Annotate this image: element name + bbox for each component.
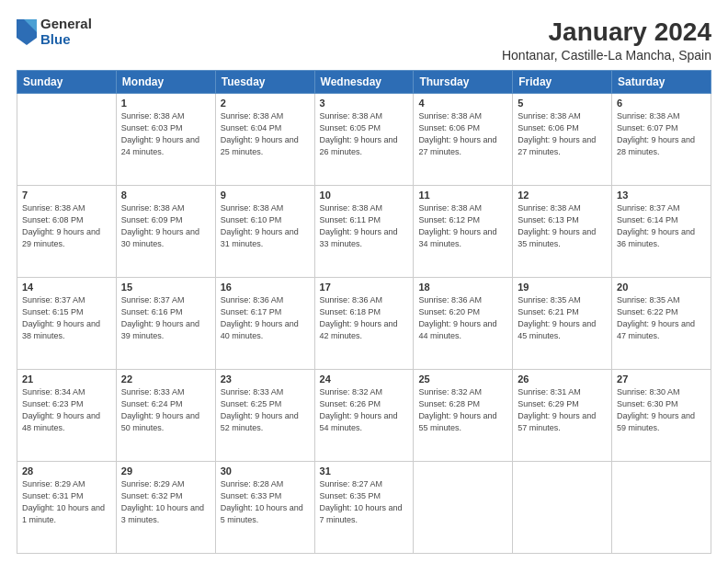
day-number: 27: [617, 373, 706, 385]
day-number: 19: [518, 282, 607, 293]
day-number: 18: [418, 282, 507, 293]
day-info: Sunrise: 8:28 AM Sunset: 6:33 PM Dayligh…: [221, 478, 310, 526]
calendar-cell: 22Sunrise: 8:33 AM Sunset: 6:24 PM Dayli…: [116, 369, 215, 461]
day-number: 21: [22, 373, 111, 385]
calendar-cell: 1Sunrise: 8:38 AM Sunset: 6:03 PM Daylig…: [116, 93, 215, 185]
col-header-tuesday: Tuesday: [215, 70, 314, 93]
calendar-cell: 23Sunrise: 8:33 AM Sunset: 6:25 PM Dayli…: [215, 369, 314, 461]
day-info: Sunrise: 8:38 AM Sunset: 6:13 PM Dayligh…: [518, 202, 607, 250]
week-row-4: 21Sunrise: 8:34 AM Sunset: 6:23 PM Dayli…: [17, 369, 711, 461]
calendar-cell: 21Sunrise: 8:34 AM Sunset: 6:23 PM Dayli…: [17, 369, 117, 461]
day-info: Sunrise: 8:29 AM Sunset: 6:32 PM Dayligh…: [121, 478, 210, 526]
day-number: 2: [221, 98, 310, 109]
calendar-cell: [414, 461, 513, 553]
calendar-cell: 14Sunrise: 8:37 AM Sunset: 6:15 PM Dayli…: [17, 277, 117, 369]
day-info: Sunrise: 8:36 AM Sunset: 6:18 PM Dayligh…: [320, 294, 409, 342]
day-info: Sunrise: 8:38 AM Sunset: 6:06 PM Dayligh…: [518, 110, 607, 158]
day-info: Sunrise: 8:32 AM Sunset: 6:28 PM Dayligh…: [418, 386, 507, 434]
subtitle: Hontanar, Castille-La Mancha, Spain: [502, 48, 711, 63]
calendar-cell: 8Sunrise: 8:38 AM Sunset: 6:09 PM Daylig…: [116, 185, 215, 277]
day-info: Sunrise: 8:38 AM Sunset: 6:08 PM Dayligh…: [22, 202, 111, 250]
day-number: 1: [121, 98, 210, 109]
header-row: SundayMondayTuesdayWednesdayThursdayFrid…: [17, 70, 711, 93]
col-header-wednesday: Wednesday: [314, 70, 414, 93]
week-row-5: 28Sunrise: 8:29 AM Sunset: 6:31 PM Dayli…: [17, 461, 711, 553]
day-number: 29: [121, 465, 210, 477]
day-number: 17: [320, 282, 409, 293]
calendar-cell: [513, 461, 612, 553]
day-number: 20: [617, 282, 706, 293]
calendar-cell: 2Sunrise: 8:38 AM Sunset: 6:04 PM Daylig…: [215, 93, 314, 185]
calendar-cell: 13Sunrise: 8:37 AM Sunset: 6:14 PM Dayli…: [612, 185, 711, 277]
page: General Blue January 2024 Hontanar, Cast…: [0, 0, 728, 563]
day-info: Sunrise: 8:32 AM Sunset: 6:26 PM Dayligh…: [320, 386, 409, 434]
day-info: Sunrise: 8:30 AM Sunset: 6:30 PM Dayligh…: [617, 386, 706, 434]
day-info: Sunrise: 8:31 AM Sunset: 6:29 PM Dayligh…: [518, 386, 607, 434]
calendar-cell: 19Sunrise: 8:35 AM Sunset: 6:21 PM Dayli…: [513, 277, 612, 369]
calendar-cell: 29Sunrise: 8:29 AM Sunset: 6:32 PM Dayli…: [116, 461, 215, 553]
day-info: Sunrise: 8:38 AM Sunset: 6:09 PM Dayligh…: [121, 202, 210, 250]
logo-blue-text: Blue: [40, 32, 92, 48]
day-info: Sunrise: 8:33 AM Sunset: 6:25 PM Dayligh…: [221, 386, 310, 434]
calendar-cell: [17, 93, 117, 185]
day-number: 15: [121, 282, 210, 293]
col-header-saturday: Saturday: [612, 70, 711, 93]
day-number: 25: [418, 373, 507, 385]
day-info: Sunrise: 8:36 AM Sunset: 6:20 PM Dayligh…: [418, 294, 507, 342]
day-info: Sunrise: 8:35 AM Sunset: 6:21 PM Dayligh…: [518, 294, 607, 342]
day-number: 10: [320, 190, 409, 201]
calendar-cell: 31Sunrise: 8:27 AM Sunset: 6:35 PM Dayli…: [314, 461, 414, 553]
calendar-table: SundayMondayTuesdayWednesdayThursdayFrid…: [17, 70, 711, 554]
day-number: 5: [518, 98, 607, 109]
calendar-cell: 18Sunrise: 8:36 AM Sunset: 6:20 PM Dayli…: [414, 277, 513, 369]
col-header-thursday: Thursday: [414, 70, 513, 93]
day-info: Sunrise: 8:38 AM Sunset: 6:04 PM Dayligh…: [221, 110, 310, 158]
calendar-cell: 12Sunrise: 8:38 AM Sunset: 6:13 PM Dayli…: [513, 185, 612, 277]
day-info: Sunrise: 8:38 AM Sunset: 6:07 PM Dayligh…: [617, 110, 706, 158]
day-number: 11: [418, 190, 507, 201]
calendar-cell: 16Sunrise: 8:36 AM Sunset: 6:17 PM Dayli…: [215, 277, 314, 369]
day-number: 28: [22, 465, 111, 477]
day-number: 16: [221, 282, 310, 293]
calendar-cell: [612, 461, 711, 553]
calendar-cell: 9Sunrise: 8:38 AM Sunset: 6:10 PM Daylig…: [215, 185, 314, 277]
header: General Blue January 2024 Hontanar, Cast…: [17, 17, 711, 63]
col-header-friday: Friday: [513, 70, 612, 93]
day-info: Sunrise: 8:38 AM Sunset: 6:10 PM Dayligh…: [221, 202, 310, 250]
col-header-monday: Monday: [116, 70, 215, 93]
day-info: Sunrise: 8:38 AM Sunset: 6:03 PM Dayligh…: [121, 110, 210, 158]
day-info: Sunrise: 8:37 AM Sunset: 6:15 PM Dayligh…: [22, 294, 111, 342]
day-number: 7: [22, 190, 111, 201]
day-number: 6: [617, 98, 706, 109]
day-number: 26: [518, 373, 607, 385]
week-row-1: 1Sunrise: 8:38 AM Sunset: 6:03 PM Daylig…: [17, 93, 711, 185]
day-number: 9: [221, 190, 310, 201]
week-row-2: 7Sunrise: 8:38 AM Sunset: 6:08 PM Daylig…: [17, 185, 711, 277]
calendar-cell: 27Sunrise: 8:30 AM Sunset: 6:30 PM Dayli…: [612, 369, 711, 461]
calendar-cell: 30Sunrise: 8:28 AM Sunset: 6:33 PM Dayli…: [215, 461, 314, 553]
day-info: Sunrise: 8:29 AM Sunset: 6:31 PM Dayligh…: [22, 478, 111, 526]
logo-general-text: General: [40, 17, 92, 32]
day-number: 31: [320, 465, 409, 477]
day-info: Sunrise: 8:33 AM Sunset: 6:24 PM Dayligh…: [121, 386, 210, 434]
day-number: 13: [617, 190, 706, 201]
day-number: 8: [121, 190, 210, 201]
calendar-cell: 7Sunrise: 8:38 AM Sunset: 6:08 PM Daylig…: [17, 185, 117, 277]
day-number: 30: [221, 465, 310, 477]
day-number: 3: [320, 98, 409, 109]
week-row-3: 14Sunrise: 8:37 AM Sunset: 6:15 PM Dayli…: [17, 277, 711, 369]
calendar-cell: 28Sunrise: 8:29 AM Sunset: 6:31 PM Dayli…: [17, 461, 117, 553]
calendar-cell: 3Sunrise: 8:38 AM Sunset: 6:05 PM Daylig…: [314, 93, 414, 185]
day-info: Sunrise: 8:27 AM Sunset: 6:35 PM Dayligh…: [320, 478, 409, 526]
logo: General Blue: [17, 17, 92, 47]
day-number: 22: [121, 373, 210, 385]
calendar-cell: 6Sunrise: 8:38 AM Sunset: 6:07 PM Daylig…: [612, 93, 711, 185]
day-info: Sunrise: 8:37 AM Sunset: 6:14 PM Dayligh…: [617, 202, 706, 250]
day-info: Sunrise: 8:36 AM Sunset: 6:17 PM Dayligh…: [221, 294, 310, 342]
day-info: Sunrise: 8:38 AM Sunset: 6:11 PM Dayligh…: [320, 202, 409, 250]
logo-icon: [17, 19, 37, 45]
calendar-cell: 26Sunrise: 8:31 AM Sunset: 6:29 PM Dayli…: [513, 369, 612, 461]
calendar-cell: 11Sunrise: 8:38 AM Sunset: 6:12 PM Dayli…: [414, 185, 513, 277]
calendar-cell: 10Sunrise: 8:38 AM Sunset: 6:11 PM Dayli…: [314, 185, 414, 277]
col-header-sunday: Sunday: [17, 70, 117, 93]
